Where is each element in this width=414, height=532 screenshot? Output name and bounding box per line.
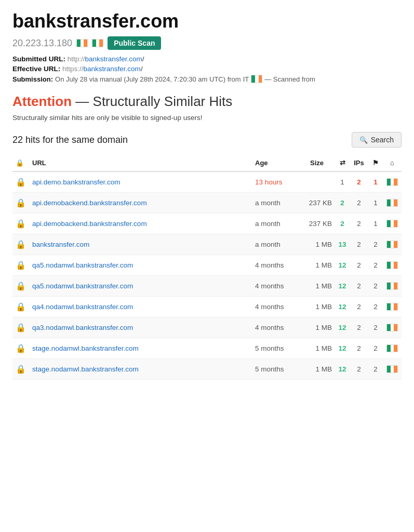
arrows-cell: 1 bbox=[335, 171, 350, 193]
lock-icon: 🔒 bbox=[16, 344, 26, 353]
url-cell[interactable]: stage.nodamwl.bankstransfer.com bbox=[29, 338, 252, 359]
age-cell: 4 months bbox=[252, 255, 299, 276]
url-cell[interactable]: api.demobackend.bankstransfer.com bbox=[29, 193, 252, 214]
lock-icon: 🔒 bbox=[16, 219, 26, 228]
attention-word: Attention bbox=[12, 94, 72, 109]
flag-value: 2 bbox=[373, 324, 378, 331]
col-size: Size bbox=[299, 155, 335, 171]
ip-address: 20.223.13.180 bbox=[12, 38, 72, 49]
url-link[interactable]: api.demobackend.bankstransfer.com bbox=[32, 199, 147, 207]
ips-cell: 2 bbox=[350, 317, 368, 338]
flag-value: 2 bbox=[373, 303, 378, 311]
age-value: a month bbox=[255, 199, 281, 207]
table-row: 🔒api.demo.bankstransfer.com13 hours121 bbox=[12, 171, 402, 193]
arrows-cell: 12 bbox=[335, 255, 350, 276]
url-link[interactable]: stage.nodamwl.bankstransfer.com bbox=[32, 344, 139, 352]
row-flag bbox=[386, 261, 398, 269]
size-value: 1 MB bbox=[299, 359, 335, 380]
flag-value: 2 bbox=[373, 282, 378, 290]
effective-url-link[interactable]: bankstransfer.com bbox=[84, 65, 141, 73]
home-cell bbox=[383, 214, 402, 234]
submission-label: Submission: bbox=[12, 75, 53, 83]
age-value: 4 months bbox=[255, 282, 284, 290]
table-row: 🔒qa3.nodamwl.bankstransfer.com4 months1 … bbox=[12, 317, 402, 338]
col-arrows: ⇄ bbox=[335, 155, 350, 171]
ips-cell: 2 bbox=[350, 171, 368, 193]
table-row: 🔒api.demobackend.bankstransfer.coma mont… bbox=[12, 193, 402, 214]
flag-cell: 1 bbox=[368, 193, 383, 214]
size-value bbox=[299, 171, 335, 193]
arrows-cell: 13 bbox=[335, 234, 350, 255]
ips-value: 2 bbox=[357, 303, 361, 311]
public-scan-button[interactable]: Public Scan bbox=[108, 36, 161, 50]
ips-cell: 2 bbox=[350, 276, 368, 297]
flag-value: 2 bbox=[373, 241, 378, 248]
age-cell: 4 months bbox=[252, 317, 299, 338]
lock-cell: 🔒 bbox=[12, 234, 29, 255]
url-cell[interactable]: stage.nodamwl.bankstransfer.com bbox=[29, 359, 252, 380]
submitted-url-link[interactable]: bankstransfer.com bbox=[85, 55, 142, 63]
url-cell[interactable]: bankstransfer.com bbox=[29, 234, 252, 255]
table-header-row: 🔒 URL Age Size ⇄ IPs ⚑ ⌂ bbox=[12, 155, 402, 171]
age-cell: 5 months bbox=[252, 338, 299, 359]
col-age: Age bbox=[252, 155, 299, 171]
arrows-value: 1 bbox=[340, 178, 344, 186]
arrows-cell: 12 bbox=[335, 276, 350, 297]
url-cell[interactable]: qa4.nodamwl.bankstransfer.com bbox=[29, 297, 252, 317]
ips-value: 2 bbox=[357, 261, 361, 269]
url-cell[interactable]: qa3.nodamwl.bankstransfer.com bbox=[29, 317, 252, 338]
size-value: 1 MB bbox=[299, 234, 335, 255]
flag-cell: 2 bbox=[368, 338, 383, 359]
flag-cell: 2 bbox=[368, 276, 383, 297]
ips-value: 2 bbox=[357, 241, 361, 248]
ips-cell: 2 bbox=[350, 255, 368, 276]
lock-icon: 🔒 bbox=[16, 323, 26, 332]
url-cell[interactable]: api.demobackend.bankstransfer.com bbox=[29, 214, 252, 234]
home-cell bbox=[383, 193, 402, 214]
url-cell[interactable]: api.demo.bankstransfer.com bbox=[29, 171, 252, 193]
url-link[interactable]: qa4.nodamwl.bankstransfer.com bbox=[32, 303, 133, 311]
age-value: 4 months bbox=[255, 303, 284, 311]
url-link[interactable]: qa5.nodamwl.bankstransfer.com bbox=[32, 261, 133, 269]
flag-value: 1 bbox=[373, 220, 378, 228]
hits-label: 22 hits for the same domain bbox=[12, 135, 128, 145]
lock-icon: 🔒 bbox=[16, 178, 26, 187]
submission-suffix: — Scanned from bbox=[264, 75, 315, 83]
home-cell bbox=[383, 171, 402, 193]
url-link[interactable]: bankstransfer.com bbox=[32, 241, 89, 248]
lock-cell: 🔒 bbox=[12, 193, 29, 214]
col-url: URL bbox=[29, 155, 252, 171]
lock-cell: 🔒 bbox=[12, 171, 29, 193]
arrows-cell: 12 bbox=[335, 359, 350, 380]
size-value: 237 KB bbox=[299, 214, 335, 234]
section-heading: Attention — Structurally Similar Hits bbox=[12, 94, 402, 110]
lock-icon: 🔒 bbox=[16, 282, 26, 290]
age-value: 5 months bbox=[255, 365, 284, 373]
lock-cell: 🔒 bbox=[12, 338, 29, 359]
url-cell[interactable]: qa5.nodamwl.bankstransfer.com bbox=[29, 276, 252, 297]
table-row: 🔒api.demobackend.bankstransfer.coma mont… bbox=[12, 214, 402, 234]
url-link[interactable]: qa3.nodamwl.bankstransfer.com bbox=[32, 324, 133, 331]
size-value: 1 MB bbox=[299, 255, 335, 276]
url-cell[interactable]: qa5.nodamwl.bankstransfer.com bbox=[29, 255, 252, 276]
url-link[interactable]: qa5.nodamwl.bankstransfer.com bbox=[32, 282, 133, 290]
arrows-cell: 12 bbox=[335, 338, 350, 359]
size-value: 1 MB bbox=[299, 317, 335, 338]
search-button[interactable]: 🔍 Search bbox=[352, 132, 402, 148]
url-link[interactable]: api.demo.bankstransfer.com bbox=[32, 178, 121, 186]
url-link[interactable]: api.demobackend.bankstransfer.com bbox=[32, 220, 147, 228]
home-cell bbox=[383, 338, 402, 359]
row-flag bbox=[386, 282, 398, 290]
size-value: 1 MB bbox=[299, 338, 335, 359]
col-ips: IPs bbox=[350, 155, 368, 171]
col-home: ⌂ bbox=[383, 155, 402, 171]
lock-cell: 🔒 bbox=[12, 214, 29, 234]
age-cell: 5 months bbox=[252, 359, 299, 380]
url-link[interactable]: stage.nodamwl.bankstransfer.com bbox=[32, 365, 139, 373]
flag-value: 1 bbox=[373, 178, 378, 186]
arrows-value: 12 bbox=[338, 344, 346, 352]
home-cell bbox=[383, 255, 402, 276]
submission-text: On July 28 via manual (July 28th 2024, 7… bbox=[55, 75, 241, 83]
lock-icon: 🔒 bbox=[16, 365, 26, 374]
arrows-value: 12 bbox=[338, 324, 346, 331]
